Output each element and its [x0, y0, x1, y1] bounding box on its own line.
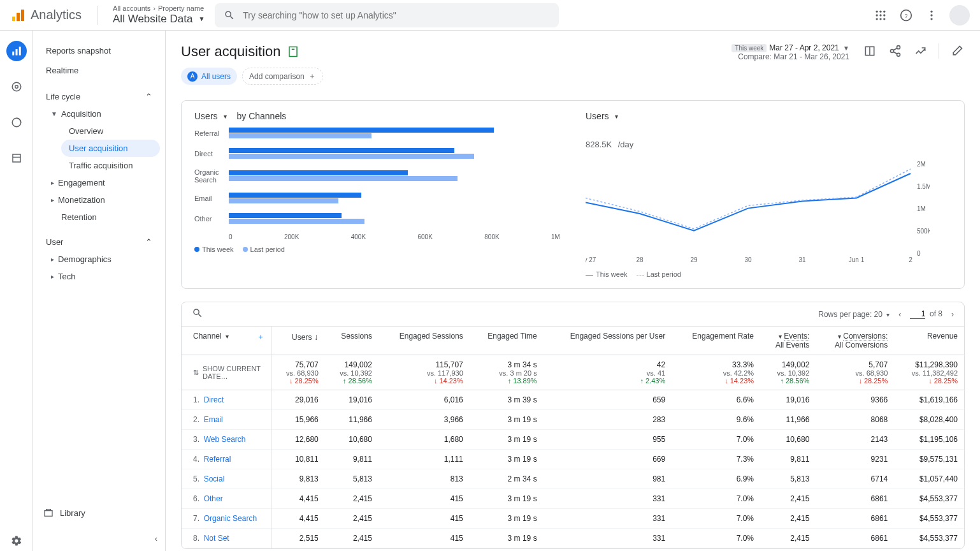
dimension-link[interactable]: Web Search: [204, 435, 246, 444]
prev-page-icon[interactable]: ‹: [898, 310, 901, 319]
search-input[interactable]: [243, 10, 550, 20]
svg-text:1.5M: 1.5M: [917, 183, 930, 190]
sidebar-library[interactable]: Library: [43, 508, 85, 518]
customize-columns-icon[interactable]: [862, 43, 877, 59]
rows-per-page-select[interactable]: 20: [874, 310, 883, 319]
dimension-link[interactable]: Email: [204, 415, 223, 424]
account-selector[interactable]: All accounts › Property name All Website…: [113, 4, 205, 26]
dimension-link[interactable]: Social: [204, 474, 225, 483]
breadcrumb: All accounts › Property name: [113, 4, 205, 13]
bar-metric-selector[interactable]: Users: [194, 111, 218, 121]
sidebar-item-reports-snapshot[interactable]: Reports snapshot: [38, 41, 160, 61]
nav-rail: [0, 31, 33, 551]
sidebar-item-overview[interactable]: Overview: [61, 122, 160, 140]
dimension-link[interactable]: Organic Search: [204, 514, 257, 523]
sidebar-item-retention[interactable]: Retention: [46, 209, 160, 226]
next-page-icon[interactable]: ›: [951, 310, 954, 319]
sidebar-item-user-acquisition[interactable]: User acquisition: [61, 140, 160, 157]
column-header[interactable]: Sessions: [325, 327, 378, 355]
share-icon[interactable]: [888, 43, 903, 59]
help-icon[interactable]: ?: [898, 8, 914, 23]
sidebar-item-traffic-acquisition[interactable]: Traffic acquisition: [61, 157, 160, 174]
svg-rect-2: [21, 10, 24, 21]
sidebar-collapse-icon[interactable]: ‹: [155, 534, 157, 543]
svg-text:28: 28: [636, 256, 644, 263]
svg-rect-23: [13, 154, 20, 162]
column-header[interactable]: ▾ Events:All Events: [760, 327, 816, 355]
sidebar-item-engagement[interactable]: ▸Engagement: [46, 174, 160, 191]
sidebar-item-acquisition[interactable]: ▼ Acquisition: [46, 105, 160, 122]
svg-point-10: [879, 18, 881, 20]
column-header[interactable]: Engaged Sessions per User: [544, 327, 672, 355]
sidebar-item-realtime[interactable]: Realtime: [38, 61, 160, 80]
sidebar-item-demographics[interactable]: ▸Demographics: [46, 251, 160, 268]
table-row[interactable]: 7. Organic Search4,4152,4154153 m 19 s33…: [182, 509, 964, 529]
sidebar-group-user[interactable]: User ⌃: [38, 233, 160, 251]
svg-rect-19: [18, 47, 20, 55]
caret-right-icon: ▸: [51, 196, 54, 203]
search-icon: [224, 10, 235, 21]
show-dates-toggle[interactable]: ⇅SHOW CURRENT DATE…: [193, 365, 264, 380]
column-header[interactable]: Engagement Rate: [672, 327, 760, 355]
dimension-link[interactable]: Not Set: [204, 534, 229, 543]
dimension-link[interactable]: Other: [204, 494, 223, 503]
svg-text:2: 2: [909, 256, 912, 263]
dimension-link[interactable]: Referral: [204, 455, 231, 464]
edit-icon[interactable]: [949, 43, 965, 59]
sidebar: Reports snapshot Realtime Life cycle ⌃ ▼…: [33, 31, 166, 551]
svg-point-3: [876, 10, 878, 12]
apps-icon[interactable]: [873, 8, 888, 23]
svg-point-20: [12, 82, 21, 91]
dimension-link[interactable]: Direct: [204, 395, 224, 404]
svg-point-5: [883, 10, 885, 12]
table-row[interactable]: 3. Web Search12,68010,6801,6803 m 19 s95…: [182, 430, 964, 450]
svg-point-15: [930, 14, 932, 16]
rail-admin-icon[interactable]: [6, 531, 27, 551]
rail-advertising-icon[interactable]: [6, 112, 27, 133]
svg-point-29: [897, 46, 900, 49]
avatar[interactable]: [949, 5, 970, 26]
svg-text:May 27: May 27: [586, 256, 596, 263]
svg-line-32: [893, 48, 897, 50]
sidebar-group-lifecycle[interactable]: Life cycle ⌃: [38, 88, 160, 105]
table-row[interactable]: 2. Email15,96611,9663,9663 m 19 s2839.6%…: [182, 410, 964, 430]
search-bar[interactable]: [215, 3, 559, 27]
logo[interactable]: Analytics: [10, 8, 82, 23]
page-input[interactable]: [910, 309, 925, 319]
chevron-up-icon: ⌃: [145, 92, 152, 101]
comparison-chip-all-users[interactable]: A All users: [181, 68, 237, 85]
svg-text:30: 30: [744, 256, 752, 263]
column-header[interactable]: Engaged Sessions: [378, 327, 470, 355]
table-row[interactable]: 8. Not Set2,5152,4154153 m 19 s3317.0%2,…: [182, 529, 964, 548]
rail-explore-icon[interactable]: [6, 77, 27, 97]
table-row[interactable]: 5. Social9,8135,8138132 m 34 s9816.9%5,8…: [182, 469, 964, 489]
date-range-picker[interactable]: This weekMar 27 - Apr 2, 2021 ▼ Compare:…: [731, 43, 849, 61]
svg-rect-1: [17, 13, 20, 21]
add-comparison-button[interactable]: Add comparison ＋: [242, 68, 323, 85]
column-header[interactable]: Users ↓: [271, 327, 325, 355]
rail-reports-icon[interactable]: [6, 41, 27, 61]
table-search-icon[interactable]: [192, 307, 203, 321]
insights-icon[interactable]: [913, 43, 928, 59]
column-header[interactable]: Revenue: [894, 327, 964, 355]
column-header[interactable]: Engaged Time: [470, 327, 544, 355]
add-dimension-icon[interactable]: ＋: [257, 332, 264, 342]
line-metric-selector[interactable]: Users: [586, 111, 609, 121]
unsaved-changes-icon: [287, 46, 299, 57]
svg-text:29: 29: [690, 256, 698, 263]
svg-point-7: [879, 14, 881, 16]
main-content: User acquisition A All users Add compari…: [166, 31, 980, 551]
svg-text:2M: 2M: [917, 161, 926, 168]
table-row[interactable]: 4. Referral10,8119,8111,1113 m 19 s6697.…: [182, 450, 964, 469]
dimension-selector[interactable]: Channel ▾: [193, 332, 229, 341]
table-row[interactable]: 6. Other4,4152,4154153 m 19 s3317.0%2,41…: [182, 489, 964, 509]
sidebar-item-monetization[interactable]: ▸Monetization: [46, 191, 160, 209]
table-row[interactable]: 1. Direct29,01619,0166,0163 m 39 s6596.6…: [182, 390, 964, 410]
sidebar-item-tech[interactable]: ▸Tech: [46, 268, 160, 285]
svg-text:1M: 1M: [917, 205, 926, 212]
app-header: Analytics All accounts › Property name A…: [0, 0, 980, 31]
column-header[interactable]: ▾ Conversions:All Conversions: [816, 327, 894, 355]
more-icon[interactable]: [924, 8, 939, 23]
rail-configure-icon[interactable]: [6, 148, 27, 168]
svg-point-11: [883, 18, 885, 20]
